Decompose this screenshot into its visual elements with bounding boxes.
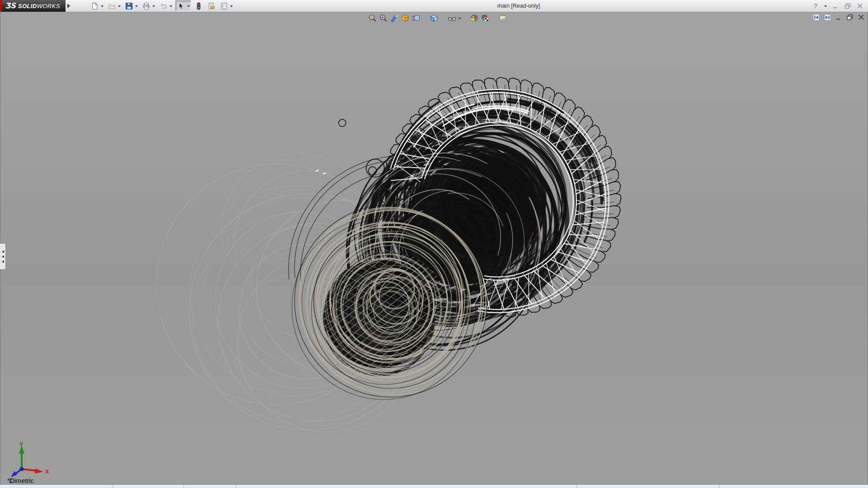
options-button[interactable]: [219, 1, 229, 11]
collapse-arrow-icon: [0, 250, 4, 253]
solidworks-logo: ƷS SOLIDWORKS: [0, 0, 66, 12]
print-icon: [142, 2, 150, 10]
minimize-document-icon: [835, 14, 842, 21]
document-window-controls: [812, 13, 865, 21]
file-properties-button[interactable]: [206, 1, 217, 11]
hud-group: [498, 13, 509, 23]
hud-group: [367, 13, 421, 23]
apply-scene-button[interactable]: [480, 13, 491, 23]
edit-appearance-icon: [470, 14, 479, 23]
close-document-icon: [858, 14, 865, 21]
hide-show-items-icon: [448, 14, 457, 23]
new-document-button[interactable]: [90, 1, 100, 11]
help-icon: ?: [812, 2, 819, 9]
brand-name-light: WORKS: [37, 3, 60, 9]
close-document-button[interactable]: [857, 13, 865, 21]
minimize-document-button[interactable]: [835, 13, 843, 21]
save-dropdown-arrow[interactable]: [134, 1, 139, 11]
collapse-arrow-icon: [0, 260, 4, 263]
rebuild-button[interactable]: [193, 1, 204, 11]
previous-document-icon: [812, 14, 820, 21]
close-button[interactable]: [855, 1, 864, 10]
zoom-to-area-icon: [379, 14, 388, 23]
solidworks-logo-icon: ƷS: [5, 2, 16, 9]
save-button[interactable]: [124, 1, 134, 11]
view-settings-icon: [499, 14, 508, 23]
y-axis-label: Y: [19, 441, 23, 448]
collapse-arrow-icon: [0, 255, 4, 258]
restore-document-icon: [846, 14, 854, 21]
select-tool-group: [175, 0, 191, 11]
file-properties-icon: [208, 2, 215, 10]
title-bar: ƷS SOLIDWORKS main [Read-only] ?: [0, 0, 868, 12]
undo-dropdown-arrow[interactable]: [169, 1, 173, 11]
zoom-to-fit-icon: [368, 14, 377, 23]
z-axis-arrow: [11, 471, 17, 477]
help-button[interactable]: ?: [811, 1, 820, 10]
3d-drawing-view-icon: [411, 14, 420, 23]
3d-drawing-view-button[interactable]: [410, 13, 421, 23]
section-view-icon: [390, 14, 399, 23]
zoom-to-fit-button[interactable]: [367, 13, 378, 23]
restore-icon: [844, 2, 851, 9]
model-wireframe[interactable]: [0, 0, 868, 488]
print-button[interactable]: [141, 1, 151, 11]
view-settings-button[interactable]: [498, 13, 509, 23]
hud-group: [447, 13, 462, 23]
hide-show-items-button[interactable]: [447, 13, 458, 23]
standard-toolbar: [90, 0, 236, 11]
hud-group: [469, 13, 491, 23]
hide-show-items-dropdown-arrow[interactable]: [458, 13, 462, 23]
menu-expand-arrow[interactable]: [67, 4, 72, 8]
display-style-icon: [429, 14, 439, 23]
triad-origin: [20, 467, 24, 471]
x-axis-arrow: [35, 469, 43, 474]
view-orientation-label: *Dimetric: [7, 477, 34, 484]
undo-icon: [160, 2, 167, 10]
options-icon: [220, 2, 228, 10]
open-document-dropdown-arrow[interactable]: [117, 1, 122, 11]
rebuild-icon: [195, 2, 203, 10]
print-dropdown-arrow[interactable]: [151, 1, 156, 11]
window-controls: ?: [811, 0, 864, 12]
previous-document-button[interactable]: [812, 13, 820, 21]
view-orientation-button[interactable]: [400, 13, 410, 23]
document-title: main [Read-only]: [497, 0, 540, 12]
apply-scene-icon: [481, 14, 490, 23]
display-style-button[interactable]: [429, 13, 439, 23]
next-document-icon: [824, 14, 831, 21]
save-icon: [125, 2, 133, 10]
new-document-dropdown-arrow[interactable]: [100, 1, 104, 11]
x-axis-label: X: [45, 469, 49, 475]
minimize-icon: [832, 2, 839, 9]
undo-button[interactable]: [158, 1, 169, 11]
open-document-icon: [108, 2, 116, 10]
view-orientation-icon: [401, 14, 410, 23]
new-document-icon: [91, 2, 99, 10]
select-icon: [177, 2, 185, 10]
brand-name-bold: SOLID: [18, 3, 37, 9]
select-dropdown-arrow[interactable]: [186, 1, 191, 11]
select-button[interactable]: [176, 1, 186, 11]
help-dropdown-arrow[interactable]: [823, 1, 828, 11]
section-view-button[interactable]: [389, 13, 400, 23]
feature-panel-collapsed-tab[interactable]: [0, 243, 6, 270]
close-icon: [856, 2, 863, 9]
options-dropdown-arrow[interactable]: [229, 1, 234, 11]
next-document-button[interactable]: [823, 13, 831, 21]
minimize-button[interactable]: [831, 1, 840, 10]
restore-document-button[interactable]: [846, 13, 854, 21]
hud-group: [429, 13, 439, 23]
svg-text:?: ?: [814, 2, 818, 9]
heads-up-view-toolbar: [367, 13, 516, 23]
open-document-button[interactable]: [107, 1, 117, 11]
zoom-to-area-button[interactable]: [378, 13, 389, 23]
edit-appearance-button[interactable]: [469, 13, 480, 23]
restore-button[interactable]: [843, 1, 852, 10]
taskbar-edge: [0, 484, 868, 488]
